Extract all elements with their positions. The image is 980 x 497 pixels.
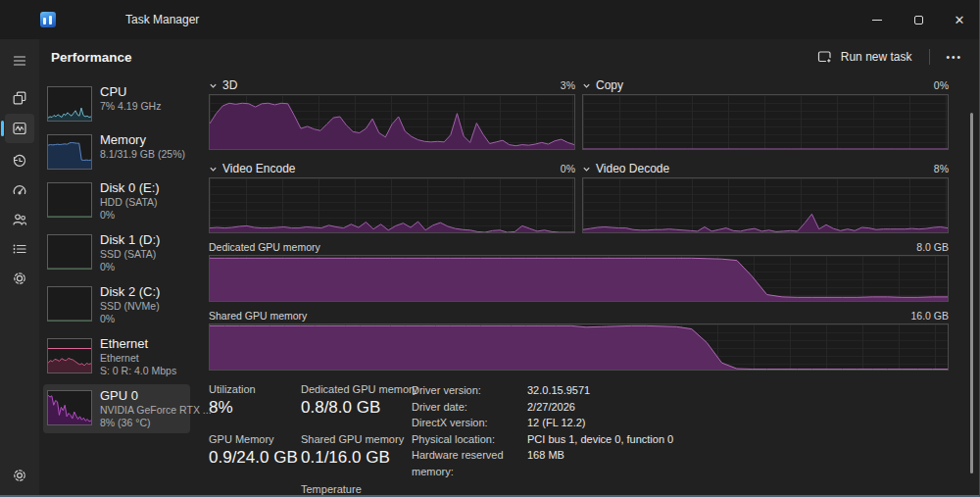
disk0-mini-chart <box>47 182 92 218</box>
gpu-detail-pane: 3D 3% Copy 0% Video Encode 0% <box>209 78 949 497</box>
device-name: Disk 1 (D:) <box>100 232 160 248</box>
nav-item-services[interactable] <box>5 265 34 292</box>
nav-item-details[interactable] <box>5 235 34 263</box>
chart-title: Dedicated GPU memory <box>209 241 320 253</box>
dedicated-memory-header: Dedicated GPU memory 8.0 GB <box>209 240 949 253</box>
gauge-icon <box>12 182 27 198</box>
stat-value: 0.9/24.0 GB <box>209 446 301 470</box>
chart-header-video-decode[interactable]: Video Decode 8% <box>582 162 949 175</box>
maximize-icon <box>914 16 923 25</box>
stat-gpu-memory: GPU Memory 0.9/24.0 GB <box>209 432 301 470</box>
chart-header-copy[interactable]: Copy 0% <box>582 78 949 92</box>
chart-shared-memory <box>209 323 949 371</box>
chart-header-video-encode[interactable]: Video Encode 0% <box>209 162 575 175</box>
maximize-button[interactable] <box>898 0 939 39</box>
settings-button[interactable] <box>5 462 34 489</box>
disk1-mini-chart <box>47 234 92 270</box>
chart-title: 3D <box>222 78 237 92</box>
device-name: Disk 0 (E:) <box>100 180 160 196</box>
detail-row: Driver version:32.0.15.9571 <box>412 382 673 399</box>
device-sidebar: CPU7% 4.19 GHz Memory8.1/31.9 GB (25%) D… <box>43 80 190 433</box>
nav-item-app-history[interactable] <box>5 147 34 174</box>
device-sub2: 0% <box>100 313 160 325</box>
sidebar-item-disk2[interactable]: Disk 2 (C:)SSD (NVMe)0% <box>43 280 190 329</box>
device-name: Disk 2 (C:) <box>100 284 160 300</box>
device-sub: NVIDIA GeForce RTX ... <box>100 404 186 417</box>
more-options-button[interactable]: ••• <box>938 46 970 69</box>
device-name: Ethernet <box>100 336 176 352</box>
device-sub2: S: 0 R: 4.0 Mbps <box>100 365 176 377</box>
chart-title: Video Encode <box>222 162 296 175</box>
chevron-down-icon <box>209 81 218 90</box>
sidebar-item-memory[interactable]: Memory8.1/31.9 GB (25%) <box>43 128 190 174</box>
device-sub: SSD (SATA) <box>100 248 160 261</box>
stat-temperature: Temperature 36 °C <box>301 482 412 497</box>
shared-memory-header: Shared GPU memory 16.0 GB <box>209 309 949 322</box>
gpu-mini-chart <box>47 390 92 425</box>
nav-item-performance[interactable] <box>5 114 34 143</box>
page-title: Performance <box>51 50 132 65</box>
stat-value: 8% <box>209 396 301 420</box>
sidebar-item-gpu0[interactable]: GPU 0NVIDIA GeForce RTX ...8% (36 °C) <box>43 384 190 433</box>
hamburger-icon <box>12 53 27 69</box>
memory-mini-chart <box>47 134 92 170</box>
minimize-button[interactable] <box>857 0 898 39</box>
disk2-mini-chart <box>47 286 92 322</box>
stat-label: Dedicated GPU memory <box>301 382 412 396</box>
stat-dedicated-memory: Dedicated GPU memory 0.8/8.0 GB <box>301 382 412 420</box>
device-name: GPU 0 <box>100 388 186 404</box>
performance-icon <box>12 121 27 136</box>
stat-utilization: Utilization 8% <box>209 382 301 420</box>
chart-video-decode <box>582 177 949 233</box>
chart-header-3d[interactable]: 3D 3% <box>209 78 575 92</box>
chevron-down-icon <box>582 165 591 174</box>
divider <box>929 49 930 65</box>
stat-value: 0.8/8.0 GB <box>301 396 412 420</box>
history-clock-icon <box>12 153 27 169</box>
chart-3d <box>209 94 575 150</box>
gear-icon <box>12 468 27 483</box>
device-sub: 7% 4.19 GHz <box>100 100 161 113</box>
chart-copy <box>582 94 949 150</box>
menu-button[interactable] <box>5 47 34 75</box>
command-bar: Performance Run new task ••• <box>39 39 980 75</box>
nav-item-processes[interactable] <box>5 84 34 112</box>
app-icon <box>40 12 56 27</box>
stat-value: 0.1/16.0 GB <box>301 446 412 470</box>
chart-value: 16.0 GB <box>910 310 949 322</box>
cpu-mini-chart <box>47 86 92 122</box>
task-manager-window: Task Manager ✕ <box>0 0 980 497</box>
device-sub: HDD (SATA) <box>100 196 160 209</box>
close-button[interactable]: ✕ <box>939 0 980 39</box>
processes-icon <box>12 90 27 106</box>
sidebar-item-disk0[interactable]: Disk 0 (E:)HDD (SATA)0% <box>43 176 190 225</box>
nav-item-startup-apps[interactable] <box>5 176 34 204</box>
device-sub: SSD (NVMe) <box>100 300 160 313</box>
device-name: CPU <box>100 84 161 100</box>
chart-value: 3% <box>561 79 575 91</box>
chart-dedicated-memory <box>209 255 949 302</box>
list-icon <box>12 241 27 257</box>
device-sub: Ethernet <box>100 352 176 365</box>
sidebar-item-ethernet[interactable]: EthernetEthernetS: 0 R: 4.0 Mbps <box>43 332 190 381</box>
stat-label: Utilization <box>209 382 301 396</box>
chart-value: 8% <box>934 163 949 174</box>
detail-row: Physical location:PCI bus 1, device 0, f… <box>412 431 673 448</box>
stat-shared-memory: Shared GPU memory 0.1/16.0 GB <box>301 432 412 470</box>
gpu-stats: Utilization 8% GPU Memory 0.9/24.0 GB De… <box>209 382 949 497</box>
device-sub2: 8% (36 °C) <box>100 417 186 429</box>
chart-video-encode <box>209 177 575 233</box>
stat-label: Shared GPU memory <box>301 432 412 446</box>
sidebar-item-disk1[interactable]: Disk 1 (D:)SSD (SATA)0% <box>43 228 190 277</box>
chart-title: Video Decode <box>596 162 669 175</box>
run-new-task-button[interactable]: Run new task <box>808 44 922 70</box>
chart-title: Shared GPU memory <box>209 310 307 322</box>
chevron-down-icon <box>582 81 591 90</box>
close-icon: ✕ <box>955 14 965 26</box>
device-sub2: 0% <box>100 261 160 273</box>
sidebar-item-cpu[interactable]: CPU7% 4.19 GHz <box>43 80 190 125</box>
users-icon <box>12 212 27 227</box>
nav-item-users[interactable] <box>5 206 34 233</box>
vertical-scrollbar[interactable] <box>970 113 973 473</box>
minimize-icon <box>872 20 882 21</box>
